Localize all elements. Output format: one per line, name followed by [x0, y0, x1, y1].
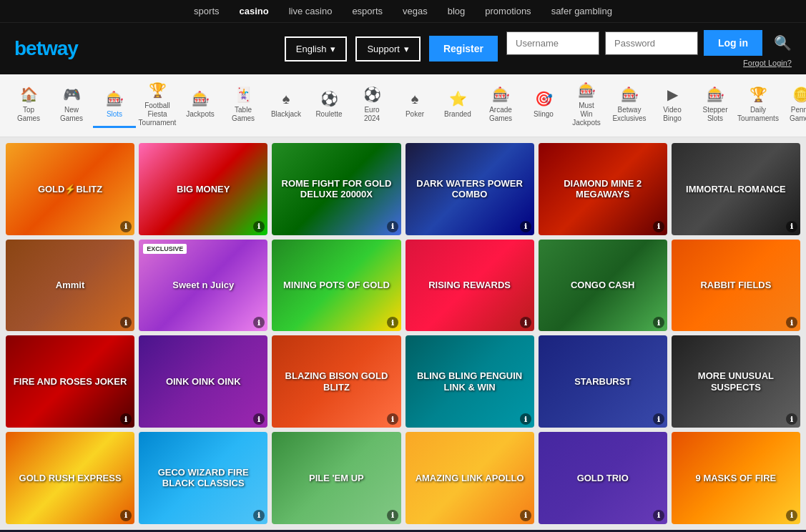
- game-info-icon[interactable]: ℹ: [653, 317, 664, 328]
- game-info-icon[interactable]: ℹ: [653, 510, 664, 521]
- game-info-icon[interactable]: ℹ: [120, 317, 132, 328]
- nav-casino[interactable]: casino: [240, 6, 269, 16]
- forgot-login-link[interactable]: Forgot Login?: [743, 59, 792, 67]
- game-info-icon[interactable]: ℹ: [387, 510, 398, 521]
- game-card[interactable]: 9 MASKS OF FIRE ℹ: [672, 432, 800, 524]
- game-info-icon[interactable]: ℹ: [786, 413, 797, 425]
- cat-new-games-label: New Games: [60, 106, 83, 123]
- game-card[interactable]: BIG MONEY ℹ: [139, 143, 267, 235]
- game-info-icon[interactable]: ℹ: [253, 317, 265, 328]
- game-card[interactable]: STARBURST ℹ: [539, 335, 667, 428]
- game-title: GOLD TRIO: [577, 473, 629, 484]
- game-card[interactable]: AMAZING LINK APOLLO ℹ: [406, 432, 534, 524]
- game-card[interactable]: MINING POTS OF GOLD ℹ: [272, 240, 400, 332]
- game-title: GOLD RUSH EXPRESS: [19, 473, 122, 484]
- nav-vegas[interactable]: vegas: [403, 6, 428, 16]
- game-info-icon[interactable]: ℹ: [520, 413, 531, 425]
- game-card[interactable]: ROME FIGHT FOR GOLD DELUXE 20000X ℹ: [272, 143, 400, 235]
- cat-blackjack[interactable]: ♠ Blackjack: [265, 84, 308, 128]
- game-info-icon[interactable]: ℹ: [387, 317, 398, 328]
- login-button[interactable]: Log in: [704, 30, 762, 56]
- nav-live-casino[interactable]: live casino: [289, 6, 333, 16]
- game-info-icon[interactable]: ℹ: [653, 413, 664, 425]
- cat-video-bingo[interactable]: ▶ Video Bingo: [651, 79, 694, 132]
- game-info-icon[interactable]: ℹ: [253, 510, 265, 521]
- game-card[interactable]: OINK OINK OINK ℹ: [139, 335, 267, 428]
- cat-betway-exclusives[interactable]: 🎰 Betway Exclusives: [608, 79, 651, 132]
- game-card[interactable]: RABBIT FIELDS ℹ: [672, 240, 800, 332]
- cat-stepper-slots[interactable]: 🎰 Stepper Slots: [694, 79, 737, 132]
- search-icon[interactable]: 🔍: [774, 34, 792, 51]
- game-info-icon[interactable]: ℹ: [786, 221, 797, 232]
- cat-football-tournament[interactable]: 🏆 Football Fiesta Tournament: [136, 74, 179, 137]
- nav-blog[interactable]: blog: [448, 6, 466, 16]
- game-info-icon[interactable]: ℹ: [520, 221, 531, 232]
- game-card[interactable]: CONGO CASH ℹ: [539, 240, 667, 332]
- game-info-icon[interactable]: ℹ: [786, 317, 797, 328]
- language-button[interactable]: English: [285, 36, 348, 61]
- game-badge: EXCLUSIVE: [143, 244, 187, 254]
- cat-must-win[interactable]: 🎰 Must Win Jackpots: [565, 74, 608, 137]
- game-card-inner: OINK OINK OINK ℹ: [139, 335, 267, 428]
- game-info-icon[interactable]: ℹ: [520, 317, 531, 328]
- game-info-icon[interactable]: ℹ: [120, 221, 132, 232]
- game-title: MORE UNUSUAL SUSPECTS: [677, 370, 795, 393]
- game-info-icon[interactable]: ℹ: [120, 510, 132, 521]
- game-card-inner: GECO WIZARD FIRE BLACK CLASSICS ℹ: [139, 432, 267, 524]
- cat-top-games[interactable]: 🏠 Top Games: [7, 79, 50, 132]
- cat-daily-label: Daily Tournaments: [737, 106, 779, 123]
- cat-roulette[interactable]: ⚽ Roulette: [308, 83, 350, 128]
- support-button[interactable]: Support: [355, 36, 421, 61]
- game-card[interactable]: RISING REWARDS ℹ: [406, 240, 534, 332]
- cat-table-games[interactable]: 🃏 Table Games: [222, 79, 265, 132]
- cat-slingo[interactable]: 🎯 Slingo: [522, 83, 565, 128]
- cat-new-games[interactable]: 🎮 New Games: [50, 79, 93, 132]
- game-card[interactable]: GOLD RUSH EXPRESS ℹ: [6, 432, 134, 524]
- video-bingo-icon: ▶: [667, 86, 678, 103]
- nav-promotions[interactable]: promotions: [485, 6, 531, 16]
- cat-jackpots-label: Jackpots: [186, 110, 214, 119]
- cat-penny-games[interactable]: 🪙 Penny Games: [780, 79, 806, 132]
- cat-daily-tournaments[interactable]: 🏆 Daily Tournaments: [737, 79, 780, 132]
- game-info-icon[interactable]: ℹ: [253, 221, 265, 232]
- game-info-icon[interactable]: ℹ: [653, 221, 664, 232]
- game-info-icon[interactable]: ℹ: [786, 510, 797, 521]
- exclusives-icon: 🎰: [621, 86, 639, 103]
- game-card[interactable]: MORE UNUSUAL SUSPECTS ℹ: [672, 335, 800, 428]
- game-card[interactable]: EXCLUSIVE Sweet n Juicy ℹ: [139, 240, 267, 332]
- game-card[interactable]: DARK WATERS POWER COMBO ℹ: [406, 143, 534, 235]
- game-info-icon[interactable]: ℹ: [520, 510, 531, 521]
- password-input[interactable]: [605, 31, 698, 55]
- game-info-icon[interactable]: ℹ: [387, 413, 398, 425]
- game-card[interactable]: IMMORTAL ROMANCE ℹ: [672, 143, 800, 235]
- game-card[interactable]: GOLD⚡BLITZ ℹ: [6, 143, 134, 235]
- game-card[interactable]: GECO WIZARD FIRE BLACK CLASSICS ℹ: [139, 432, 267, 524]
- cat-branded[interactable]: ⭐ Branded: [436, 83, 479, 128]
- game-card[interactable]: FIRE AND ROSES JOKER ℹ: [6, 335, 134, 428]
- game-card[interactable]: BLAZING BISON GOLD BLITZ ℹ: [272, 335, 400, 428]
- game-info-icon[interactable]: ℹ: [387, 221, 398, 232]
- game-card[interactable]: GOLD TRIO ℹ: [539, 432, 667, 524]
- cat-top-games-label: Top Games: [17, 106, 40, 123]
- nav-sports[interactable]: sports: [194, 6, 219, 16]
- game-info-icon[interactable]: ℹ: [253, 413, 265, 425]
- game-info-icon[interactable]: ℹ: [120, 413, 132, 425]
- cat-euro-2024[interactable]: ⚽ Euro 2024: [350, 79, 393, 132]
- game-card[interactable]: BLING BLING PENGUIN LINK & WIN ℹ: [406, 335, 534, 428]
- register-button[interactable]: Register: [429, 36, 498, 61]
- game-card-inner: BLAZING BISON GOLD BLITZ ℹ: [272, 335, 400, 428]
- cat-slots[interactable]: 🎰 Slots: [93, 83, 136, 128]
- nav-safer-gambling[interactable]: safer gambling: [551, 6, 612, 16]
- game-title: DIAMOND MINE 2 MEGAWAYS: [544, 178, 662, 200]
- cat-arcade[interactable]: 🎰 Arcade Games: [479, 79, 522, 132]
- nav-esports[interactable]: esports: [352, 6, 383, 16]
- username-input[interactable]: [506, 31, 599, 55]
- game-card[interactable]: Ammit ℹ: [6, 240, 134, 332]
- game-card[interactable]: PILE 'EM UP ℹ: [272, 432, 400, 524]
- cat-jackpots[interactable]: 🎰 Jackpots: [179, 83, 222, 128]
- cat-poker[interactable]: ♠ Poker: [393, 84, 436, 128]
- main-header: betway English Support Register Log in 🔍…: [0, 22, 806, 74]
- game-title: Ammit: [56, 280, 84, 291]
- game-card-inner: STARBURST ℹ: [539, 335, 667, 428]
- game-card[interactable]: DIAMOND MINE 2 MEGAWAYS ℹ: [539, 143, 667, 235]
